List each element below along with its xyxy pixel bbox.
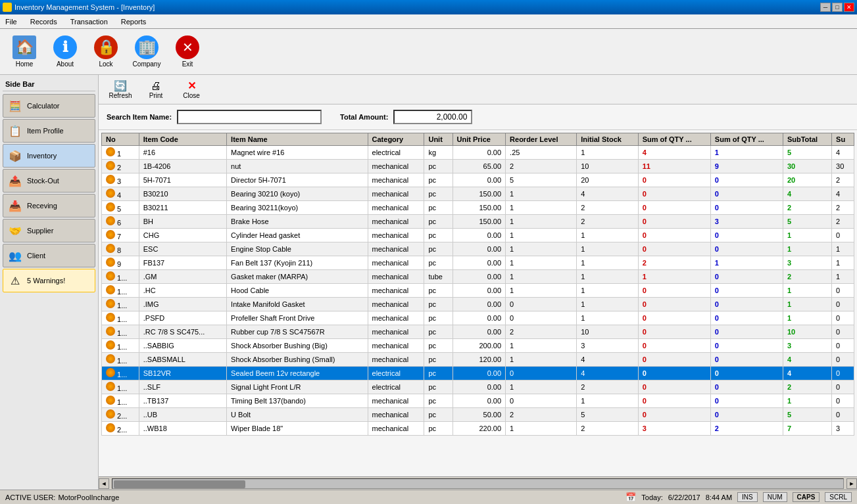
inventory-table-container[interactable]: No Item Code Item Name Category Unit Uni…: [99, 130, 857, 476]
row-dot[interactable]: [106, 147, 115, 156]
sidebar-item-client[interactable]: 👥 Client: [3, 244, 95, 267]
minimize-button[interactable]: ─: [820, 3, 831, 12]
menu-reports[interactable]: Reports: [118, 16, 149, 27]
table-row[interactable]: 1... ..TB137 Timing Belt 137(bando) mech…: [102, 394, 854, 408]
menu-records[interactable]: Records: [28, 16, 60, 27]
home-button[interactable]: 🏠 Home: [5, 33, 43, 71]
sidebar-item-receiving[interactable]: 📥 Receving: [3, 194, 95, 218]
search-bar: Search Item Name: Total Amount:: [99, 104, 857, 130]
cell-item-code: 5H-7071: [139, 173, 226, 187]
row-dot[interactable]: [106, 382, 115, 391]
scroll-left-button[interactable]: ◄: [99, 478, 109, 489]
table-row[interactable]: 4 B30210 Bearing 30210 (koyo) mechanical…: [102, 187, 854, 201]
scroll-track[interactable]: [112, 478, 844, 489]
table-row[interactable]: 1... .HC Hood Cable mechanical pc 0.00 1…: [102, 284, 854, 298]
sidebar-item-stock-out[interactable]: 📤 Stock-Out: [3, 169, 95, 193]
sidebar-item-calculator[interactable]: 🧮 Calculator: [3, 94, 95, 118]
sidebar-item-warnings[interactable]: ⚠ 5 Warnings!: [3, 269, 95, 292]
cell-reorder-level: 0: [506, 367, 577, 380]
table-row[interactable]: 8 ESC Engine Stop Cable mechanical pc 0.…: [102, 242, 854, 256]
exit-button[interactable]: ✕ Exit: [168, 33, 207, 71]
row-dot[interactable]: [106, 271, 115, 281]
row-dot[interactable]: [106, 202, 115, 212]
lock-button[interactable]: 🔒 Lock: [87, 33, 125, 71]
table-row[interactable]: 1... .RC 7/8 S SC475... Rubber cup 7/8 S…: [102, 325, 854, 339]
horizontal-scrollbar[interactable]: ◄ ►: [99, 476, 857, 490]
row-dot[interactable]: [106, 161, 115, 170]
sidebar-item-inventory[interactable]: 📦 Inventory: [3, 144, 95, 168]
row-dot[interactable]: [106, 354, 115, 363]
table-row[interactable]: 1... .PSFD Profeller Shaft Front Drive m…: [102, 311, 854, 325]
cell-sum-qty2: 0: [710, 201, 783, 215]
cell-item-code: .HC: [139, 284, 226, 298]
table-row[interactable]: 1 #16 Magnet wire #16 electrical kg 0.00…: [102, 146, 854, 160]
row-dot[interactable]: [106, 230, 115, 239]
cell-no: 3: [102, 173, 139, 187]
cell-initial-stock: 1: [577, 242, 639, 256]
sidebar-receiving-label: Receving: [27, 202, 57, 210]
menu-file[interactable]: File: [3, 16, 20, 27]
table-row[interactable]: 1... .GM Gasket maker (MARPA) mechanical…: [102, 270, 854, 284]
titlebar-close-button[interactable]: ✕: [844, 3, 854, 12]
row-dot[interactable]: [106, 189, 115, 198]
col-sum-qty2: Sum of QTY ...: [710, 133, 783, 146]
sidebar-item-supplier[interactable]: 🤝 Supplier: [3, 219, 95, 242]
cell-sum-qty1: 0: [638, 173, 710, 187]
row-dot[interactable]: [106, 423, 115, 432]
table-row[interactable]: 2... ..UB U Bolt mechanical pc 50.00 2 5…: [102, 408, 854, 422]
sidebar-warnings-label: 5 Warnings!: [27, 277, 65, 285]
cell-unit: pc: [424, 339, 453, 353]
row-dot[interactable]: [106, 285, 115, 294]
cell-unit-price: 0.00: [453, 229, 506, 242]
table-row[interactable]: 3 5H-7071 Director 5H-7071 mechanical pc…: [102, 173, 854, 187]
table-row[interactable]: 9 FB137 Fan Belt 137 (Kyojin 211) mechan…: [102, 256, 854, 270]
table-row[interactable]: 7 CHG Cylinder Head gasket mechanical pc…: [102, 229, 854, 242]
row-dot[interactable]: [106, 409, 115, 419]
maximize-button[interactable]: □: [832, 3, 843, 12]
toolbar: 🏠 Home ℹ About 🔒 Lock 🏢 Company ✕ Exit: [0, 29, 857, 75]
table-row[interactable]: 1... ..SABSMALL Shock Absorber Bushing (…: [102, 353, 854, 367]
row-dot[interactable]: [106, 216, 115, 225]
row-dot[interactable]: [106, 244, 115, 253]
cell-sum-qty1: 1: [638, 270, 710, 284]
table-row[interactable]: 2... ..WB18 Wiper Blade 18" mechanical p…: [102, 422, 854, 436]
row-dot[interactable]: [106, 327, 115, 336]
cell-sum-qty2: 0: [710, 242, 783, 256]
table-row[interactable]: 1... SB12VR Sealed Beem 12v rectangle el…: [102, 367, 854, 380]
table-row[interactable]: 5 B30211 Bearing 30211(koyo) mechanical …: [102, 201, 854, 215]
cell-sum-qty1: 0: [638, 353, 710, 367]
cell-sum-qty1: 11: [638, 160, 710, 173]
search-input[interactable]: [177, 110, 322, 124]
row-dot[interactable]: [106, 299, 115, 308]
close-button[interactable]: ✕ Close: [175, 77, 208, 102]
table-row[interactable]: 1... .IMG Intake Manifold Gasket mechani…: [102, 298, 854, 311]
scroll-thumb[interactable]: [114, 480, 245, 488]
sidebar-item-item-profile[interactable]: 📋 Item Profile: [3, 119, 95, 143]
cell-item-code: 1B-4206: [139, 160, 226, 173]
row-dot[interactable]: [106, 368, 115, 377]
table-row[interactable]: 1... ..SLF Signal Light Front L/R electr…: [102, 380, 854, 394]
cell-item-code: ESC: [139, 242, 226, 256]
refresh-button[interactable]: 🔄 Refresh: [104, 77, 137, 102]
scroll-right-button[interactable]: ►: [846, 478, 857, 489]
main-layout: Side Bar 🧮 Calculator 📋 Item Profile 📦 I…: [0, 75, 857, 490]
close-icon: ✕: [187, 80, 196, 92]
row-dot[interactable]: [106, 258, 115, 267]
content-toolbar: 🔄 Refresh 🖨 Print ✕ Close: [99, 75, 857, 104]
company-button[interactable]: 🏢 Company: [128, 33, 166, 71]
row-dot[interactable]: [106, 175, 115, 184]
table-row[interactable]: 6 BH Brake Hose mechanical pc 150.00 1 2…: [102, 215, 854, 229]
print-button[interactable]: 🖨 Print: [139, 77, 172, 102]
cell-no: 2: [102, 160, 139, 173]
cell-unit-price: 0.00: [453, 173, 506, 187]
row-dot[interactable]: [106, 313, 115, 322]
table-row[interactable]: 2 1B-4206 nut mechanical pc 65.00 2 10 1…: [102, 160, 854, 173]
menu-transaction[interactable]: Transaction: [68, 16, 110, 27]
about-button[interactable]: ℹ About: [46, 33, 84, 71]
row-dot[interactable]: [106, 396, 115, 405]
row-dot[interactable]: [106, 340, 115, 350]
table-row[interactable]: 1... ..SABBIG Shock Absorber Bushing (Bi…: [102, 339, 854, 353]
cell-unit-price: 0.00: [453, 242, 506, 256]
exit-label: Exit: [182, 60, 193, 68]
cell-reorder-level: 1: [506, 242, 577, 256]
